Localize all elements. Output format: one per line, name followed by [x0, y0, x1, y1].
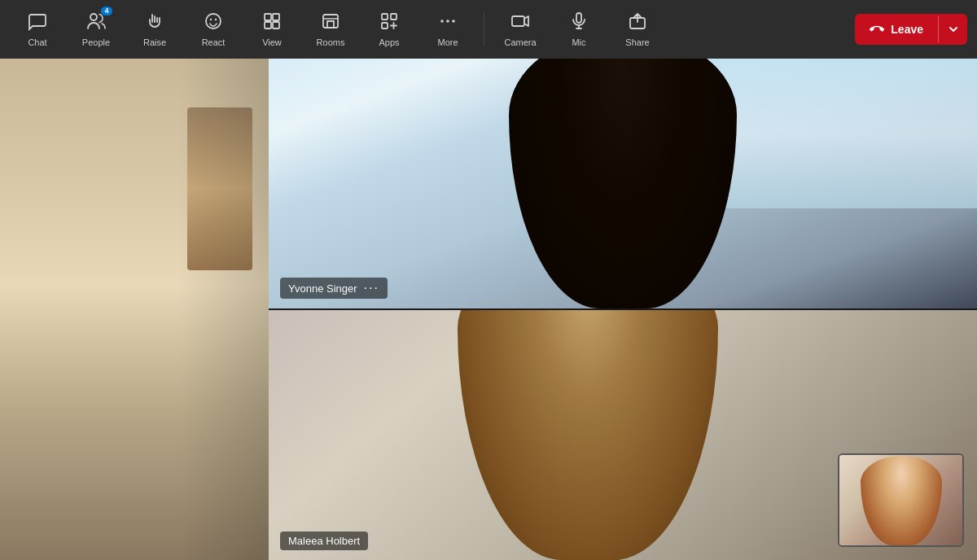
rooms-button[interactable]: Rooms: [303, 7, 358, 52]
svg-rect-4: [265, 14, 271, 20]
toolbar: Chat 4 People Raise: [0, 0, 977, 59]
rooms-icon: [321, 11, 340, 34]
chat-button[interactable]: Chat: [10, 7, 65, 52]
svg-point-15: [446, 20, 449, 23]
leave-chevron-button[interactable]: [938, 16, 967, 42]
raise-label: Raise: [143, 37, 166, 47]
toolbar-left-buttons: Chat 4 People Raise: [10, 7, 665, 52]
svg-point-0: [90, 14, 97, 20]
toolbar-right-buttons: Leave: [855, 14, 967, 45]
more-icon: [438, 11, 458, 34]
people-badge: 4: [101, 7, 112, 15]
people-icon: 4: [86, 11, 106, 34]
leave-main[interactable]: Leave: [855, 14, 938, 45]
svg-rect-6: [265, 22, 271, 28]
apps-button[interactable]: Apps: [361, 7, 417, 52]
yvonne-video-panel: Yvonne Singer ···: [269, 59, 977, 308]
left-video-panel: [0, 59, 269, 560]
chat-label: Chat: [28, 37, 46, 47]
right-video-panels: Yvonne Singer ··· Maleea Holbert: [269, 59, 977, 560]
camera-label: Camera: [504, 37, 536, 47]
raise-button[interactable]: Raise: [127, 7, 182, 52]
raise-icon: [145, 11, 164, 34]
leave-button[interactable]: Leave: [855, 14, 967, 45]
react-icon: [204, 11, 223, 34]
svg-rect-11: [382, 23, 388, 28]
svg-rect-9: [382, 14, 388, 20]
people-button[interactable]: 4 People: [68, 7, 124, 52]
more-button[interactable]: More: [420, 7, 475, 52]
yvonne-name-text: Yvonne Singer: [288, 282, 357, 295]
pip-background: [839, 455, 962, 545]
mic-icon: [569, 11, 589, 34]
yvonne-menu-dots[interactable]: ···: [364, 281, 379, 295]
people-label: People: [82, 37, 110, 47]
share-icon: [628, 11, 647, 34]
yvonne-name-label: Yvonne Singer ···: [280, 278, 388, 299]
maleea-name-text: Maleea Holbert: [288, 535, 360, 547]
view-button[interactable]: View: [244, 7, 300, 52]
camera-button[interactable]: Camera: [493, 7, 548, 52]
mic-button[interactable]: Mic: [551, 7, 607, 52]
leave-phone-icon: [870, 22, 884, 37]
view-icon: [262, 11, 282, 34]
react-label: React: [202, 37, 226, 47]
chat-icon: [28, 11, 47, 34]
svg-rect-10: [391, 14, 396, 20]
camera-icon: [510, 11, 530, 34]
svg-point-3: [215, 19, 217, 20]
maleea-name-label: Maleea Holbert: [280, 532, 368, 550]
more-label: More: [437, 37, 458, 47]
chevron-down-icon: [949, 24, 958, 34]
react-button[interactable]: React: [186, 7, 241, 52]
rooms-label: Rooms: [317, 37, 345, 47]
svg-point-14: [440, 20, 444, 23]
svg-point-16: [452, 20, 455, 23]
pip-person-silhouette: [861, 456, 942, 545]
share-button[interactable]: Share: [610, 7, 665, 52]
svg-rect-17: [512, 16, 524, 26]
pip-video-window: [838, 453, 964, 547]
video-area: Yvonne Singer ··· Maleea Holbert: [0, 59, 977, 560]
apps-icon: [379, 11, 399, 34]
svg-point-2: [210, 19, 212, 20]
view-label: View: [262, 37, 282, 47]
apps-label: Apps: [379, 37, 399, 47]
leave-label: Leave: [891, 23, 923, 36]
svg-rect-5: [273, 14, 279, 20]
mic-label: Mic: [572, 37, 585, 47]
share-label: Share: [625, 37, 649, 47]
svg-rect-18: [576, 13, 581, 23]
toolbar-divider: [484, 13, 484, 46]
wall-accent: [179, 59, 269, 560]
svg-rect-7: [273, 22, 279, 28]
maleea-video-panel: Maleea Holbert: [269, 310, 977, 560]
